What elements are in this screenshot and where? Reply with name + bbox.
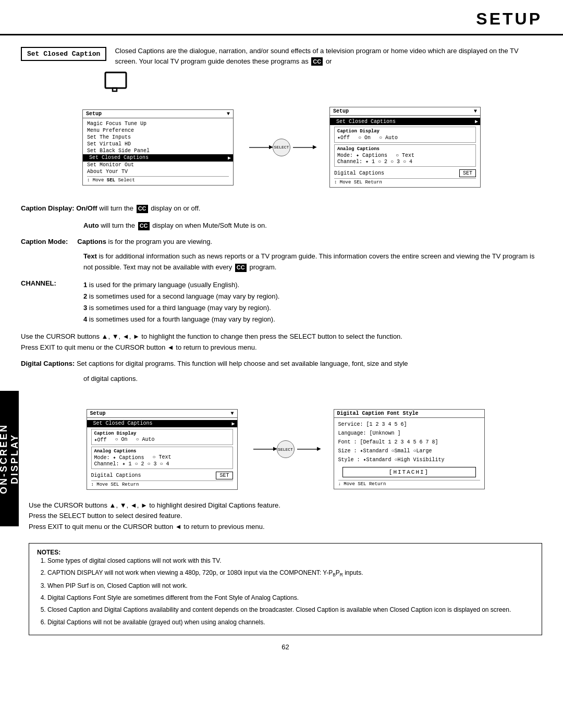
- digital-caption-font-screen: Digital Caption Font Style Service: [1 2…: [334, 409, 485, 489]
- screen1-footer: ↕ Move SEL Select: [87, 176, 229, 183]
- on-option: ○ On: [358, 135, 371, 141]
- screen2-body: Set Closed Captions ▶ Caption Display ✦O…: [330, 116, 480, 187]
- menu-item-menu-pref: Menu Preference: [87, 127, 229, 134]
- caption-mode-label: Caption Mode:: [21, 238, 68, 245]
- nav2-para-1: Use the CURSOR buttons ▲, ▼, ◄, ► to hig…: [29, 500, 542, 511]
- screen3-analog-title: Analog Captions: [94, 449, 230, 454]
- screens-section-1: Setup ▼ Magic Focus Tune Up Menu Prefere…: [21, 107, 542, 188]
- channel-section: CHANNEL: 1 is used for the primary langu…: [21, 279, 542, 325]
- closed-captions-screen: Setup ▼ Set Closed Captions ▶ Caption Di…: [329, 107, 481, 188]
- set-closed-caption-label: Set Closed Caption: [21, 47, 106, 61]
- mode-captions: Mode: ✦ Captions: [337, 152, 387, 158]
- auto-label: Auto: [83, 221, 99, 229]
- arrow-container-1: SELECT: [249, 139, 314, 156]
- channel-label: CHANNEL:: [21, 279, 73, 325]
- caption-display-section: Caption Display: On/Off will turn the CC…: [21, 203, 542, 214]
- screen3-arrow-r: ▶: [231, 421, 235, 427]
- nav2-para-3: Press EXIT to quit menu or the CURSOR bu…: [29, 522, 542, 533]
- page-number: 62: [29, 643, 542, 651]
- channel-item-4: 4 is sometimes used for a fourth languag…: [83, 314, 279, 325]
- off-option: ✦Off: [337, 134, 350, 141]
- screen3-auto: ○ Auto: [136, 437, 155, 442]
- text-desc: is for additional information such as ne…: [83, 252, 534, 271]
- arrow-select-2: SELECT: [253, 440, 318, 458]
- screen2-subtitle: Set Closed Captions: [336, 119, 396, 125]
- screen3-set-button[interactable]: SET: [216, 472, 232, 479]
- arrow-line-4: [297, 449, 318, 450]
- menu-item-inputs: Set The Inputs: [87, 134, 229, 141]
- menu-item-closed-captions-selected: Set Closed Captions ▶: [83, 154, 233, 162]
- caption-display-title: Caption Display: [337, 129, 473, 134]
- caption-display-row: ✦Off ○ On ○ Auto: [337, 134, 473, 141]
- channel-options: Channel: ✦ 1 ○ 2 ○ 3 ○ 4: [337, 158, 412, 165]
- arrow-line-2: [293, 147, 314, 148]
- svg-rect-1: [113, 88, 117, 91]
- channel-item-2: 2 is sometimes used for a second languag…: [83, 291, 279, 302]
- screen3-caption-display-title: Caption Display: [94, 431, 230, 436]
- page-header: SETUP: [0, 0, 563, 35]
- screen3-channel-row: Channel: ✦ 1 ○ 2 ○ 3 ○ 4: [94, 461, 230, 467]
- cc-icon-text: CC: [235, 264, 247, 272]
- screen4-content: Service: [1 2 3 4 5 6] Language: [Unknow…: [338, 420, 480, 464]
- menu-item-cc-arrow: ▶: [228, 155, 231, 161]
- analog-captions-title: Analog Captions: [337, 146, 473, 152]
- screen2-subtitle-row: Set Closed Captions ▶: [330, 118, 480, 125]
- select-button-1: SELECT: [273, 139, 290, 156]
- captions-text: is for the program you are viewing.: [108, 238, 212, 245]
- caption-display-heading: Caption Display: On/Off: [21, 204, 97, 212]
- screen3-title: Setup: [90, 411, 106, 416]
- screen2-arrow: ▼: [474, 108, 477, 114]
- digital-captions-text: Set captions for digital programs. This …: [77, 360, 408, 367]
- captions-spacer: [70, 238, 76, 245]
- lower-content: Setup ▼ Set Closed Captions ▶ Caption Di…: [0, 409, 563, 651]
- screen3-subtitle-row: Set Closed Captions ▶: [87, 420, 237, 427]
- sidebar-label: ON-SCREEN DISPLAY: [0, 391, 19, 526]
- caption-display-text2: display on or off.: [151, 204, 200, 212]
- digital-captions-label: Digital Captions: [334, 170, 384, 176]
- cc-icon-auto: CC: [138, 222, 150, 230]
- main-content: Set Closed Caption Closed Captions are t…: [0, 35, 563, 401]
- screen3-off-row: ✦Off ○ On ○ Auto: [94, 437, 230, 443]
- note-5: Closed Caption and Digital Captions avai…: [47, 605, 534, 615]
- caption-mode-section: Caption Mode: Captions is for the progra…: [21, 237, 542, 273]
- auto-option: ○ Auto: [379, 135, 398, 141]
- channel-item-1: 1 is used for the primary language (usua…: [83, 279, 279, 291]
- tv-icon-svg: [104, 71, 130, 95]
- auto-text2: display on when Mute/Soft Mute is on.: [152, 221, 267, 229]
- intro-or: or: [326, 57, 332, 65]
- set-button[interactable]: SET: [459, 169, 476, 177]
- screen1-header: Setup ▼: [83, 110, 233, 118]
- captions-bold: Captions: [77, 238, 106, 245]
- nav-para-1: Use the CURSOR buttons ▲, ▼, ◄, ► to hig…: [21, 331, 542, 342]
- screen4-font: Font : [Default 1 2 3 4 5 6 7 8]: [338, 438, 480, 447]
- screen3-off: ✦Off: [94, 437, 107, 443]
- note-4: Digital Captions Font Style are sometime…: [47, 593, 534, 603]
- caption-display-group: Caption Display ✦Off ○ On ○ Auto: [334, 127, 476, 143]
- arrow-select-1: SELECT: [249, 139, 314, 156]
- screen2-subtitle-arrow: ▶: [475, 118, 478, 125]
- navigation-text-1: Use the CURSOR buttons ▲, ▼, ◄, ► to hig…: [21, 331, 542, 353]
- note-6: Digital Captions will not be available (…: [47, 618, 534, 627]
- closed-captions-screen-2: Setup ▼ Set Closed Captions ▶ Caption Di…: [87, 409, 238, 490]
- caption-mode-para: Caption Mode: Captions is for the progra…: [21, 237, 542, 248]
- menu-item-monitor: Set Monitor Out: [87, 162, 229, 168]
- screen1-title: Setup: [86, 111, 102, 117]
- screens-section-2: Setup ▼ Set Closed Captions ▶ Caption Di…: [29, 409, 542, 490]
- text-option: ○ Text: [396, 153, 414, 158]
- arrow-line-1: [249, 147, 270, 148]
- svg-rect-0: [105, 72, 126, 88]
- screen4-size: Size : ✦Standard ○Small ○Large: [338, 447, 480, 455]
- digital-captions-section: Digital Captions: Set captions for digit…: [21, 359, 542, 385]
- screen4-style: Style : ✦Standard ○High Visibility: [338, 455, 480, 464]
- nav2-para-2: Press the SELECT button to select desire…: [29, 511, 542, 522]
- intro-text: Closed Captions are the dialogue, narrat…: [115, 46, 542, 66]
- digital-captions-para2: of digital captions.: [83, 374, 542, 385]
- text-program: program.: [249, 263, 276, 271]
- screen3-footer: ↕ Move SEL Return: [91, 480, 233, 487]
- screen3-subtitle: Set Closed Captions: [93, 421, 153, 426]
- screen3-text: ○ Text: [153, 454, 172, 460]
- note-3: When PIP Surf is on, Closed Caption will…: [47, 581, 534, 591]
- digital-captions-bold: Digital Captions:: [21, 360, 75, 367]
- menu-item-magic: Magic Focus Tune Up: [87, 120, 229, 127]
- screen4-title: Digital Caption Font Style: [337, 411, 419, 416]
